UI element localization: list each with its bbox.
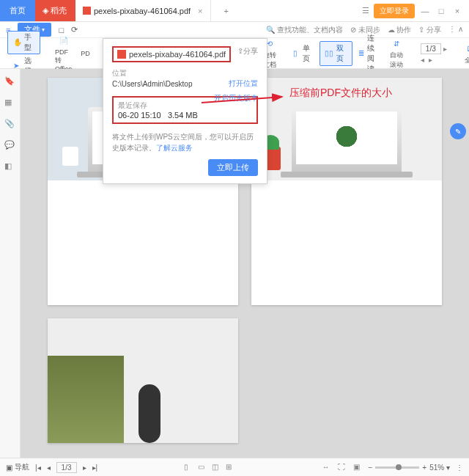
status-prev-page[interactable]: ◂ [47,464,51,472]
pdf-page-2 [251,78,442,305]
page-indicator[interactable]: 1/3▸ [418,43,450,54]
popup-share-button[interactable]: ⇪分享 [237,46,258,56]
zoom-out[interactable]: − [369,464,373,472]
status-view-modes: ▯ ▭ ◫ ⊞ [184,463,235,472]
pdf-icon [117,50,126,59]
open-location-link[interactable]: 打开位置 [229,78,258,89]
popup-filename: pexels-pixabay-461064.pdf [129,50,226,59]
status-last-page[interactable]: ▸| [92,464,98,472]
tab-add[interactable]: + [211,0,242,21]
cloud-hint: 将文件上传到WPS云空间后，您可以开启历史版本记录。了解云服务 [112,131,258,153]
file-info-popup: ⇪分享 pexels-pixabay-461064.pdf 位置 打开位置 C:… [103,38,267,184]
collab-button[interactable]: ☁ 协作 [388,25,412,35]
left-sidebar: 🔖 ▦ 📎 💬 ◧ [0,69,21,458]
status-first-page[interactable]: |◂ [35,464,41,472]
pdf-icon [83,7,91,15]
comment-icon[interactable]: 💬 [4,140,15,151]
menu-item-2[interactable]: ⟳ [71,25,78,34]
save-size: 3.54 MB [168,111,198,120]
plus-icon: + [218,7,234,15]
floating-action-button[interactable]: ✎ [450,123,466,139]
daohao-label: 稻壳 [51,5,67,16]
fulltext-icon: 🕮 [465,42,469,55]
zoom-in[interactable]: + [422,464,426,472]
autoscroll-icon: ⇵ [390,37,403,50]
save-date: 06-20 15:10 [118,111,161,120]
tab-home[interactable]: 首页 [0,0,35,21]
view-mode-2[interactable]: ▭ [198,463,207,472]
layers-icon[interactable]: ◧ [4,161,15,172]
menubar-more[interactable]: ⋮ ∧ [448,25,463,35]
tool-continuous[interactable]: ≣连续阅读 [355,33,384,74]
tool-convert[interactable]: 📄 PDF转Office [52,34,75,73]
thumbnails-icon[interactable]: ▦ [4,98,15,109]
view-mode-1[interactable]: ▯ [184,463,193,472]
tool-pdf-edit[interactable]: PD [78,50,93,57]
tool-fulltext[interactable]: 🕮全文 [462,42,469,65]
fit-width-icon[interactable]: ↔ [322,463,332,472]
login-button[interactable]: 立即登录 [374,4,415,18]
titlebar: 首页 ◈ 稻壳 pexels-pixabay-461064.pdf × + ☰ … [0,0,469,22]
tool-hand[interactable]: ✋手型 [7,31,40,54]
fit-page-icon[interactable]: ⛶ [338,463,347,472]
daohao-icon: ◈ [43,6,48,15]
continuous-icon: ≣ [358,47,365,60]
page-arrows[interactable]: ◂▸ [418,56,450,64]
menu-item-1[interactable]: □ [59,26,64,34]
tab-daohao[interactable]: ◈ 稻壳 [35,0,75,21]
tool-page-nav: 1/3▸ ◂▸ [415,43,453,64]
share-button[interactable]: ⇪ 分享 [418,25,441,35]
open-history-link[interactable]: 开启历史版本 [214,93,258,103]
tab-file-active[interactable]: pexels-pixabay-461064.pdf × [75,0,211,21]
view-mode-3[interactable]: ◫ [212,463,221,472]
page3-image [48,318,238,443]
zoom-slider[interactable] [375,466,419,469]
single-page-icon: ▯ [291,47,300,60]
upload-button[interactable]: 立即上传 [208,159,258,176]
location-label: 位置 [112,68,258,78]
zoom-value[interactable]: 51% ▾ [429,464,450,472]
hand-icon: ✋ [12,36,22,49]
file-tab-label: pexels-pixabay-461064.pdf [94,7,191,15]
bookmark-icon[interactable]: 🔖 [4,76,15,87]
double-page-icon: ▯▯ [325,47,334,60]
annotation-text: 压缩前PDF文件的大小 [289,87,392,100]
search-area[interactable]: 🔍 查找功能、文档内容 [266,25,343,35]
learn-cloud-link[interactable]: 了解云服务 [156,144,193,152]
fullscreen-icon[interactable]: ▣ [353,463,363,472]
close-window-icon[interactable]: × [451,7,463,15]
tool-double-page[interactable]: ▯▯双页 [320,41,352,66]
status-next-page[interactable]: ▸ [83,464,86,472]
zoom-control: − + 51% ▾ [369,464,450,472]
status-more[interactable]: ⋮ [456,464,463,472]
attachment-icon[interactable]: 📎 [4,119,15,130]
popup-filename-highlight: pexels-pixabay-461064.pdf [112,46,231,62]
list-icon[interactable]: ☰ [362,6,369,15]
statusbar: ▣ 导航 |◂ ◂ 1/3 ▸ ▸| ▯ ▭ ◫ ⊞ ↔ ⛶ ▣ − + 51%… [0,458,469,476]
tool-single-page[interactable]: ▯单页 [288,43,317,64]
pdf-page-3 [48,318,238,443]
nav-toggle[interactable]: ▣ 导航 [6,462,29,472]
minimize-icon[interactable]: — [419,7,431,15]
maximize-icon[interactable]: □ [435,7,447,15]
status-page-box[interactable]: 1/3 [56,462,77,473]
titlebar-right: ☰ 立即登录 — □ × [362,0,469,21]
convert-icon: 📄 [57,34,70,48]
tool-autoscroll[interactable]: ⇵自动滚动 [387,37,406,70]
view-mode-4[interactable]: ⊞ [226,463,235,472]
tab-close-icon[interactable]: × [198,7,202,15]
